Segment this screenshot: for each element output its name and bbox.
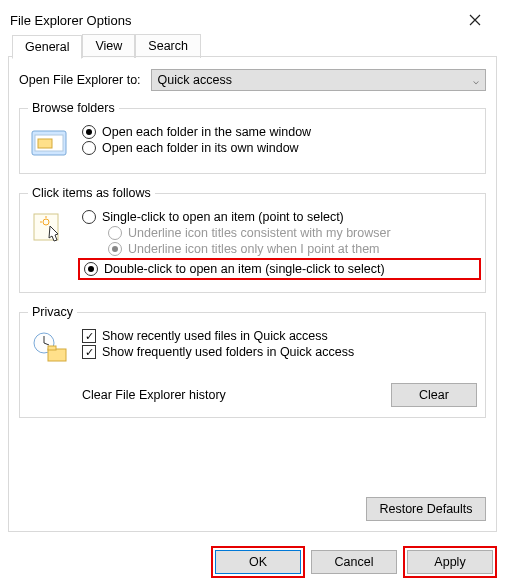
apply-button[interactable]: Apply [407, 550, 493, 574]
open-to-label: Open File Explorer to: [19, 73, 141, 87]
ok-label: OK [249, 555, 267, 569]
radio-double-click[interactable]: Double-click to open an item (single-cli… [78, 258, 481, 280]
browse-legend: Browse folders [28, 101, 119, 115]
dialog-title: File Explorer Options [10, 13, 131, 28]
radio-ul-point-label: Underline icon titles only when I point … [128, 242, 380, 256]
open-to-value: Quick access [158, 73, 232, 87]
tab-search-label: Search [148, 39, 188, 53]
close-icon [469, 14, 481, 26]
cancel-label: Cancel [335, 555, 374, 569]
privacy-group: Privacy ✓ Show recently used files in Qu… [19, 305, 486, 418]
radio-single-label: Single-click to open an item (point to s… [102, 210, 344, 224]
general-panel: Open File Explorer to: Quick access ⌵ Br… [8, 56, 497, 532]
history-icon [28, 327, 72, 367]
open-to-row: Open File Explorer to: Quick access ⌵ [19, 69, 486, 91]
file-explorer-options-dialog: File Explorer Options General View Searc… [0, 0, 505, 584]
tab-view-label: View [95, 39, 122, 53]
check-frequent-folders[interactable]: ✓ Show frequently used folders in Quick … [82, 345, 477, 359]
radio-ul-browser-label: Underline icon titles consistent with my… [128, 226, 391, 240]
radio-same-label: Open each folder in the same window [102, 125, 311, 139]
radio-single-click[interactable]: Single-click to open an item (point to s… [82, 210, 477, 224]
radio-underline-browser: Underline icon titles consistent with my… [108, 226, 477, 240]
radio-same-window[interactable]: Open each folder in the same window [82, 125, 477, 139]
browse-folders-group: Browse folders Open each folder in the s… [19, 101, 486, 174]
clear-button[interactable]: Clear [391, 383, 477, 407]
open-to-select[interactable]: Quick access ⌵ [151, 69, 486, 91]
tabstrip: General View Search [12, 34, 201, 58]
radio-underline-point: Underline icon titles only when I point … [108, 242, 477, 256]
tab-search[interactable]: Search [135, 34, 201, 58]
tab-container: General View Search Open File Explorer t… [8, 56, 497, 532]
click-legend: Click items as follows [28, 186, 155, 200]
click-items-group: Click items as follows Single-click to o… [19, 186, 486, 293]
check-recent-files[interactable]: ✓ Show recently used files in Quick acce… [82, 329, 477, 343]
cancel-button[interactable]: Cancel [311, 550, 397, 574]
clear-history-label: Clear File Explorer history [82, 388, 226, 402]
svg-rect-11 [48, 346, 56, 350]
dialog-footer: OK Cancel Apply [215, 550, 493, 574]
ok-button[interactable]: OK [215, 550, 301, 574]
radio-own-window[interactable]: Open each folder in its own window [82, 141, 477, 155]
svg-rect-2 [38, 139, 52, 148]
restore-defaults-button[interactable]: Restore Defaults [366, 497, 486, 521]
restore-label: Restore Defaults [379, 502, 472, 516]
svg-rect-10 [48, 349, 66, 361]
titlebar: File Explorer Options [0, 0, 505, 34]
apply-label: Apply [434, 555, 465, 569]
radio-own-label: Open each folder in its own window [102, 141, 299, 155]
clear-btn-label: Clear [419, 388, 449, 402]
privacy-legend: Privacy [28, 305, 77, 319]
chevron-down-icon: ⌵ [473, 75, 479, 86]
tab-view[interactable]: View [82, 34, 135, 58]
radio-double-label: Double-click to open an item (single-cli… [104, 262, 385, 276]
check-frequent-label: Show frequently used folders in Quick ac… [102, 345, 354, 359]
check-recent-label: Show recently used files in Quick access [102, 329, 328, 343]
folder-window-icon [28, 123, 72, 163]
click-cursor-icon [28, 208, 72, 248]
close-button[interactable] [453, 6, 497, 34]
tab-general-label: General [25, 40, 69, 54]
tab-general[interactable]: General [12, 35, 82, 59]
